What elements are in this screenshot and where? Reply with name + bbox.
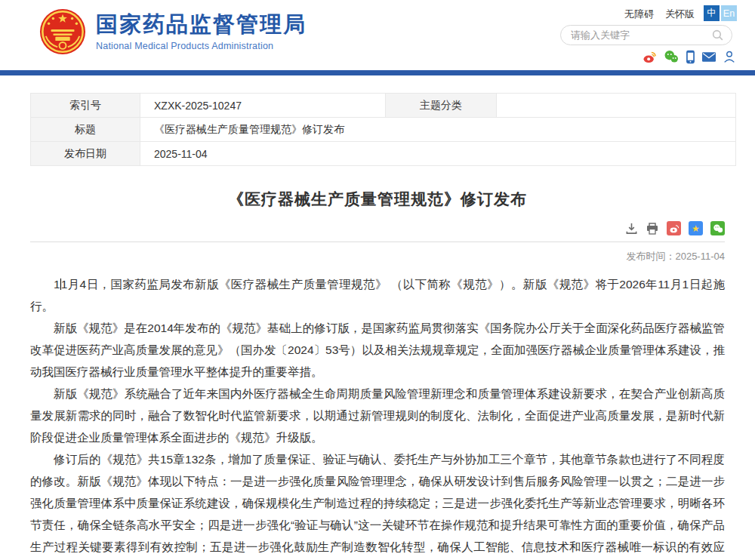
index-number-value: XZXK-2025-10247 [140, 94, 386, 118]
accessibility-link[interactable]: 无障碍 [624, 8, 654, 21]
title-value: 《医疗器械生产质量管理规范》修订发布 [140, 118, 736, 142]
lang-zh-button[interactable]: 中 [704, 5, 720, 21]
lang-en-button[interactable]: En [721, 5, 737, 21]
national-emblem-icon [39, 8, 86, 55]
site-title: 国家药品监督管理局 [96, 12, 307, 37]
utility-links: 无障碍 关怀版 [624, 8, 695, 21]
share-qzone-icon[interactable]: ★ [689, 221, 703, 235]
print-icon[interactable] [646, 222, 659, 235]
star-glyph: ★ [692, 224, 700, 233]
care-version-link[interactable]: 关怀版 [665, 8, 695, 21]
user-icon[interactable] [723, 50, 736, 63]
article-paragraph: 11月4日，国家药监局发布新版《医疗器械生产质量管理规范》 （以下简称《规范》）… [30, 273, 725, 317]
wechat-icon[interactable] [664, 49, 679, 64]
site-logo[interactable]: 国家药品监督管理局 National Medical Products Admi… [39, 8, 307, 55]
top-nav-bar [0, 70, 755, 75]
site-header: 国家药品监督管理局 National Medical Products Admi… [0, 0, 755, 70]
publish-time: 发布时间：2025-11-04 [30, 250, 725, 263]
document-info-table: 索引号 XZXK-2025-10247 主题分类 标题 《医疗器械生产质量管理规… [30, 93, 736, 166]
divider [30, 242, 725, 242]
article-paragraph: 新版《规范》是在2014年发布的《规范》基础上的修订版，是国家药监局贯彻落实《国… [30, 317, 725, 383]
share-weibo-icon[interactable] [667, 221, 681, 235]
article-title: 《医疗器械生产质量管理规范》修订发布 [30, 189, 725, 210]
site-subtitle: National Medical Products Administration [96, 41, 307, 51]
table-row: 索引号 XZXK-2025-10247 主题分类 [31, 94, 736, 118]
article-paragraph: 新版《规范》系统融合了近年来国内外医疗器械全生命周期质量风险管理新理念和质量管理… [30, 383, 725, 448]
download-icon[interactable] [625, 222, 638, 235]
subject-category-label: 主题分类 [386, 94, 497, 118]
mail-icon[interactable] [702, 52, 716, 62]
table-row: 发布日期 2025-11-04 [31, 142, 736, 166]
article-toolbar: ★ [30, 221, 725, 235]
publish-date-label: 发布日期 [31, 142, 140, 166]
main-content: 索引号 XZXK-2025-10247 主题分类 标题 《医疗器械生产质量管理规… [0, 93, 755, 560]
social-icon-bar [643, 49, 736, 64]
search-icon[interactable] [711, 29, 724, 42]
search-input[interactable] [571, 29, 711, 41]
publish-date-value: 2025-11-04 [140, 142, 736, 166]
subject-category-value [497, 94, 736, 118]
search-box [560, 25, 732, 45]
title-label: 标题 [31, 118, 140, 142]
language-switch: 中 En [704, 5, 737, 21]
article-paragraph: 修订后的《规范》共15章132条，增加了质量保证、验证与确认、委托生产与外协加工… [30, 448, 725, 560]
table-row: 标题 《医疗器械生产质量管理规范》修订发布 [31, 118, 736, 142]
weibo-icon[interactable] [643, 50, 657, 64]
share-wechat-icon[interactable] [710, 221, 725, 235]
article-body: 11月4日，国家药监局发布新版《医疗器械生产质量管理规范》 （以下简称《规范》）… [30, 273, 725, 560]
mobile-icon[interactable] [686, 50, 695, 64]
index-number-label: 索引号 [31, 94, 140, 118]
